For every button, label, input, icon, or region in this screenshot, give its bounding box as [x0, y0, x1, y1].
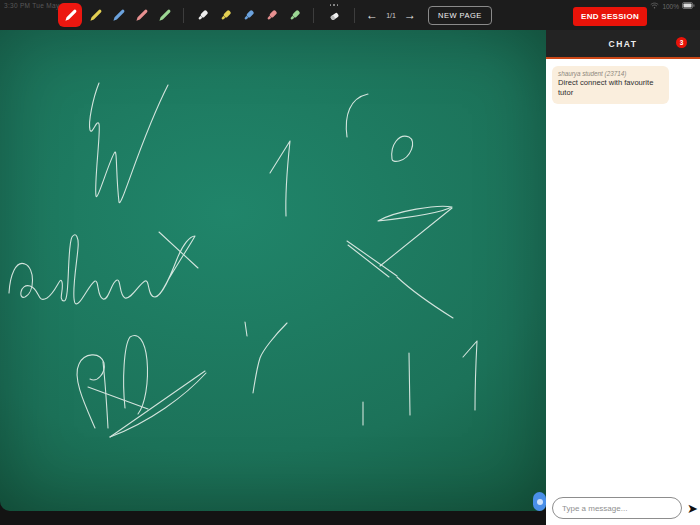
toolbar-divider	[183, 8, 184, 23]
pen-tool-yellow[interactable]	[84, 0, 107, 30]
marker-tool-yellow[interactable]	[214, 0, 237, 30]
marker-tool-white[interactable]	[191, 0, 214, 30]
chat-message: shaurya student (23714) Direct connect w…	[552, 66, 669, 104]
chalk-drawing	[0, 30, 546, 511]
chat-panel: CHAT 3 shaurya student (23714) Direct co…	[546, 30, 700, 525]
wifi-icon	[650, 2, 659, 10]
marker-tool-salmon[interactable]	[260, 0, 283, 30]
top-toolbar: 3:30 PM Tue May 17	[0, 0, 700, 30]
message-text: Direct connect with favourite tutor	[558, 78, 666, 98]
eraser-options-button[interactable]	[321, 0, 347, 30]
toolbar-divider	[313, 8, 314, 23]
pen-icon	[157, 8, 172, 23]
battery-icon	[682, 2, 695, 10]
whiteboard-app: 3:30 PM Tue May 17	[0, 0, 700, 525]
statusbar-right: 100%	[650, 2, 695, 10]
message-sender: shaurya student (23714)	[558, 70, 663, 77]
marker-icon	[218, 8, 233, 23]
chat-input-bar: ➤	[546, 491, 700, 525]
pen-icon	[111, 8, 126, 23]
message-input[interactable]	[552, 497, 682, 519]
chat-message-list[interactable]: shaurya student (23714) Direct connect w…	[546, 59, 700, 491]
tool-group: ← 1/1 → NEW PAGE	[58, 0, 492, 30]
end-session-button[interactable]: END SESSION	[573, 7, 647, 26]
chalkboard-canvas[interactable]	[0, 30, 546, 511]
more-options-icon	[330, 4, 339, 6]
chat-header: CHAT 3	[546, 30, 700, 57]
pen-icon	[88, 8, 103, 23]
marker-icon	[195, 8, 210, 23]
marker-icon	[241, 8, 256, 23]
unread-count-badge: 3	[676, 37, 687, 48]
next-page-button[interactable]: →	[400, 0, 420, 30]
marker-icon	[264, 8, 279, 23]
pen-tool-blue[interactable]	[107, 0, 130, 30]
pen-tool-red[interactable]	[58, 3, 82, 27]
pen-tool-green[interactable]	[153, 0, 176, 30]
pen-icon	[134, 8, 149, 23]
marker-tool-green[interactable]	[283, 0, 306, 30]
page-indicator: 1/1	[382, 12, 400, 19]
prev-page-button[interactable]: ←	[362, 0, 382, 30]
pen-icon	[63, 8, 78, 23]
send-button[interactable]: ➤	[686, 502, 699, 515]
panel-drag-handle[interactable]	[533, 492, 546, 511]
eraser-icon	[328, 8, 341, 26]
new-page-button[interactable]: NEW PAGE	[428, 6, 492, 25]
chat-title: CHAT	[609, 39, 638, 49]
toolbar-divider	[354, 8, 355, 23]
marker-tool-blue[interactable]	[237, 0, 260, 30]
send-icon: ➤	[687, 501, 698, 516]
battery-percent-label: 100%	[662, 3, 679, 10]
pen-tool-salmon[interactable]	[130, 0, 153, 30]
marker-icon	[287, 8, 302, 23]
